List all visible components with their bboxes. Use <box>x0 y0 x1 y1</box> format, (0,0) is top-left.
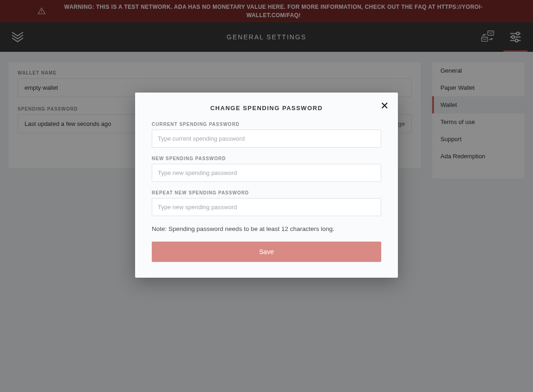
modal-title: CHANGE SPENDING PASSWORD <box>152 105 381 112</box>
new-password-input[interactable] <box>152 164 381 182</box>
modal-overlay: CHANGE SPENDING PASSWORD ✕ CURRENT SPEND… <box>0 0 533 392</box>
current-password-input[interactable] <box>152 130 381 148</box>
repeat-password-label: REPEAT NEW SPENDING PASSWORD <box>152 190 381 195</box>
save-button[interactable]: Save <box>152 242 381 262</box>
change-spending-password-modal: CHANGE SPENDING PASSWORD ✕ CURRENT SPEND… <box>135 93 398 278</box>
repeat-password-input[interactable] <box>152 198 381 216</box>
close-icon[interactable]: ✕ <box>379 101 390 111</box>
new-password-label: NEW SPENDING PASSWORD <box>152 156 381 161</box>
current-password-label: CURRENT SPENDING PASSWORD <box>152 122 381 127</box>
password-note: Note: Spending password needs to be at l… <box>152 225 381 232</box>
